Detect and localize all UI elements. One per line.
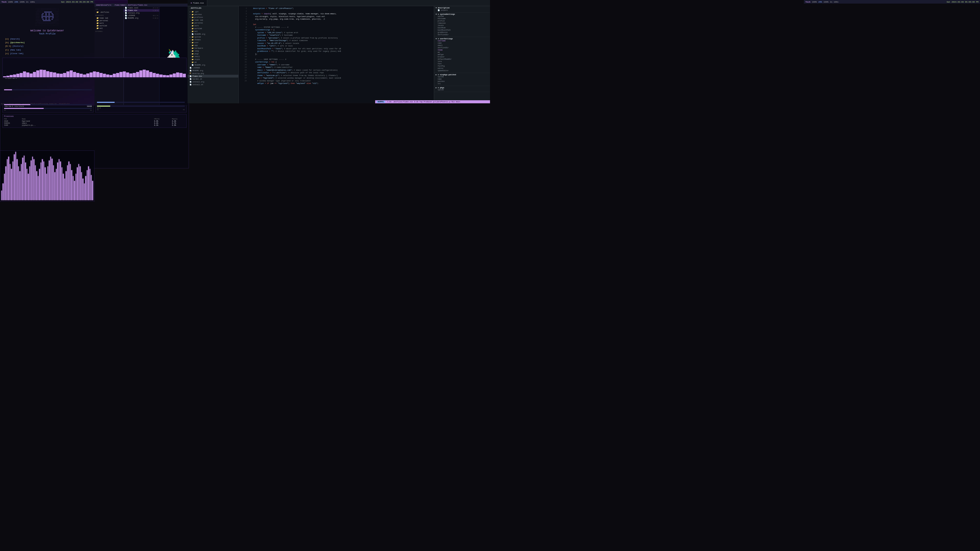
erp-sys-profile[interactable]: profile (436, 20, 488, 22)
erp-sys-hostname[interactable]: hostname (436, 17, 488, 20)
cpu-bar (53, 73, 56, 77)
cpu-bar (116, 73, 119, 77)
erp-user-username[interactable]: username (436, 40, 488, 42)
sidebar-user-wm[interactable]: 📁 wm (188, 61, 239, 64)
sidebar-user-readme[interactable]: 📄 README.org (188, 64, 239, 66)
erp-sys-system[interactable]: system (436, 15, 488, 17)
sidebar-patches[interactable]: ▶ 📁 patches (188, 13, 239, 16)
sidebar-installorg[interactable]: 📄 install.org (188, 80, 239, 83)
vis-bar (27, 169, 27, 200)
sidebar-git[interactable]: ▶ 📁 .git (188, 10, 239, 13)
erp-sys-header[interactable]: ▼ ⚙ systemSettings (436, 13, 488, 15)
erp-user-wm[interactable]: wm (436, 51, 488, 54)
vis-bar (49, 160, 49, 200)
sysmon-processes: Processes PID Name CPU(%) Mem(%) 2520 Hy… (2, 114, 186, 128)
sidebar-profiles-wsl[interactable]: 📁 wsl (188, 30, 239, 33)
erp-nixpkgs-name[interactable]: name (436, 78, 488, 80)
erp-sys-bootmount[interactable]: bootMountPath (436, 29, 488, 32)
erp-sys-bootmode[interactable]: bootMode (436, 27, 488, 29)
sidebar-themes[interactable]: ▶ 📁 themes (188, 38, 239, 41)
sidebar-user-hardware[interactable]: 📁 hardware (188, 47, 239, 49)
sidebar-license[interactable]: 📄 LICENSE (188, 66, 239, 69)
sysmon-cpu-section: CPU - 1.53 1.14 0.78 CPU like 60s 0% AVG… (2, 55, 186, 81)
sidebar-profiles[interactable]: ▼ 📁 profiles (188, 16, 239, 19)
erp-sys-dotfiles[interactable]: dotfilesDir (436, 34, 488, 36)
erp-user-font[interactable]: font (436, 63, 488, 65)
sidebar-user[interactable]: ▼ 📁 user (188, 41, 239, 44)
erp-user-browser[interactable]: browser (436, 56, 488, 58)
erp-user-header[interactable]: ▼ ⚙ userSettings (436, 38, 488, 40)
fm-sidebar-personal[interactable]: 📁 personal (95, 19, 123, 22)
sidebar-profiles-readme[interactable]: 📄 README.org (188, 33, 239, 35)
erp-user-email[interactable]: email (436, 44, 488, 47)
sidebar-user-shell[interactable]: 📁 shell (188, 55, 239, 58)
vis-bar (59, 159, 59, 200)
cpu-bar (70, 70, 73, 77)
sysmon-proc-title: Processes (4, 115, 185, 118)
qb-menu-search[interactable]: [o] [Search] (5, 37, 89, 41)
qb-menu-history[interactable]: [$ h] [History] (5, 44, 89, 48)
qb-menu-quickmarks[interactable]: [b] [Quickmarks] (5, 41, 89, 44)
erp-nixpkgs-header[interactable]: ▶ ⚙ nixpkgs-patched (436, 74, 488, 76)
fm-sidebar-wsl[interactable]: 📁 wsl (95, 27, 123, 30)
sidebar-user-app[interactable]: 📁 app (188, 44, 239, 47)
fm-sidebar-worklab[interactable]: 📁 worklab (95, 24, 123, 27)
erp-sys-locale[interactable]: locale (436, 24, 488, 27)
erp-nixpkgs-src[interactable]: src (436, 83, 488, 85)
sidebar-flakenix[interactable]: 📄 flake.nix (188, 75, 239, 78)
sidebar-hardensh[interactable]: 📄 harden.sh (188, 78, 239, 80)
cpu-bar (20, 73, 23, 77)
vis-bar (77, 167, 78, 200)
erp-user-fontpkg[interactable]: fontPkg (436, 65, 488, 67)
erp-usersettings: ▼ ⚙ userSettings username name email dot… (434, 37, 490, 73)
erp-pkgs-header[interactable]: ▶ ⚙ pkgs (436, 87, 488, 89)
erp-pkgs-system[interactable]: system (436, 89, 488, 91)
erp-outputs[interactable]: 📄 outputs (436, 9, 488, 11)
erp-user-editor[interactable]: editor (436, 67, 488, 70)
sysmon-mem-bar (4, 89, 92, 90)
vis-bar (33, 159, 34, 200)
fm-file-flakelock[interactable]: 📄 flake.lock 27.5 K (124, 6, 159, 9)
erp-user-roamdir[interactable]: defaultRoamDir (436, 58, 488, 60)
sidebar-profiles-work[interactable]: 📁 work (188, 24, 239, 27)
sidebar-readme[interactable]: 📄 README.org (188, 69, 239, 72)
sidebar-profiles-homelab[interactable]: 📁 home lab (188, 19, 239, 21)
sidebar-installsh[interactable]: 📄 install.sh (188, 83, 239, 86)
sidebar-user-lang[interactable]: 📁 lang (188, 49, 239, 52)
erp-sys-grub[interactable]: grubDevice (436, 32, 488, 34)
erp-user-spawned[interactable]: spawnEditor (436, 70, 488, 72)
erp-user-term[interactable]: term (436, 60, 488, 63)
erp-user-name[interactable]: name (436, 42, 488, 44)
fm-sidebar-dotfiles[interactable]: 📁 .dotfiles (95, 11, 123, 14)
editor-right-panel: ▼ description 📄 outputs ▼ ⚙ systemSettin… (434, 6, 490, 103)
vis-bar (56, 169, 57, 200)
erp-sys-timezone[interactable]: timezone (436, 22, 488, 24)
fm-file-flakenix[interactable]: 📄 flake.nix 2.26 K (124, 9, 159, 12)
cpu-bar (119, 72, 123, 77)
fm-file-readmeorg[interactable]: 📄 README.org 4.40 K (124, 17, 159, 19)
sidebar-system[interactable]: ▶ 📁 system (188, 35, 239, 38)
vis-bar (85, 176, 86, 200)
fm-file-license[interactable]: 📄 LICENSE 34.2 K (124, 14, 159, 17)
editor-panel: ● flake.nix .DOTFILES ▶ 📁 .git ▶ 📁 patch… (188, 0, 490, 103)
qb-menu-closetab[interactable]: [x] [Close tab] (5, 52, 89, 56)
vis-bar (76, 174, 76, 200)
fm-sidebar-work[interactable]: 📁 work (95, 22, 123, 24)
erp-user-wmtype[interactable]: wmType (436, 54, 488, 56)
sidebar-profiles-personal[interactable]: 📁 personal (188, 21, 239, 24)
sidebar-user-style[interactable]: 📁 style (188, 58, 239, 61)
editor-tab-flakenix[interactable]: ● flake.nix (188, 0, 207, 6)
fm-file-installorg[interactable]: 📄 install.org (124, 12, 159, 14)
erp-nixpkgs-patches[interactable]: patches (436, 80, 488, 83)
erp-nixpkgs-system[interactable]: system (436, 76, 488, 78)
erp-user-theme[interactable]: theme (436, 49, 488, 51)
erp-user-dotfilesdir[interactable]: dotfilesDir (436, 47, 488, 49)
sb-label: Tech (2, 1, 6, 3)
sidebar-desktop-png[interactable]: 🖼 desktop.png (188, 72, 239, 75)
fm-sidebar-homelab[interactable]: 📁 home lab (95, 17, 123, 19)
erp-desc-header[interactable]: ▼ description (436, 7, 488, 9)
sidebar-user-pkgs[interactable]: 📁 pkgs (188, 52, 239, 55)
sidebar-profiles-worklab[interactable]: 📁 worklab (188, 27, 239, 30)
qb-menu-newtab[interactable]: [t] [New tab] (5, 48, 89, 52)
vis-bar (45, 167, 45, 200)
